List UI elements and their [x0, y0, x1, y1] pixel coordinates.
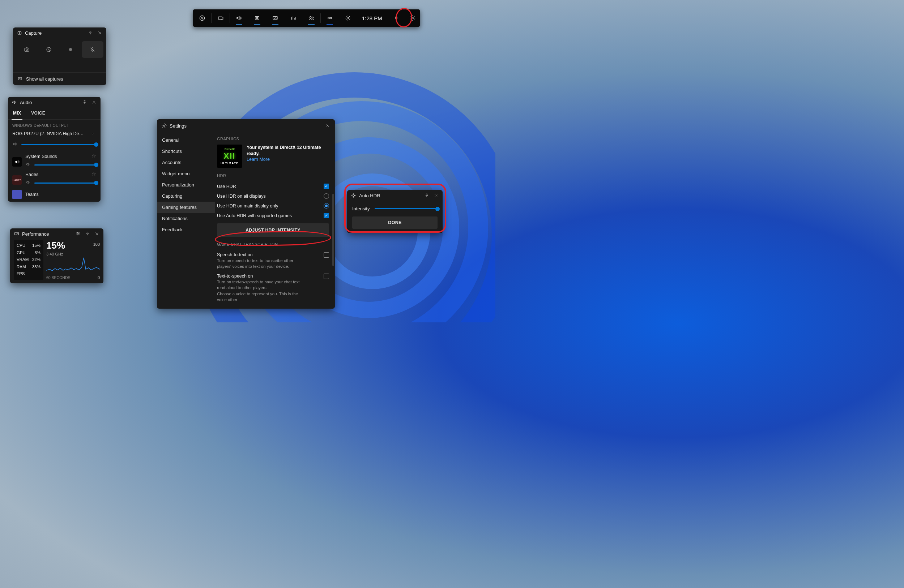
- svg-point-20: [77, 232, 78, 233]
- svg-rect-14: [25, 48, 29, 51]
- settings-title: Settings: [161, 123, 186, 129]
- intensity-slider[interactable]: [375, 208, 438, 209]
- auto-hdr-label: Use Auto HDR with supported games: [217, 213, 292, 218]
- close-button[interactable]: [91, 99, 97, 105]
- close-button[interactable]: [433, 192, 439, 199]
- close-button[interactable]: [97, 30, 103, 36]
- pin-button[interactable]: [85, 231, 90, 237]
- svg-point-7: [328, 17, 330, 19]
- nav-general[interactable]: General: [157, 134, 215, 146]
- capture-title-text: Capture: [25, 30, 41, 36]
- audio-tab-voice[interactable]: VOICE: [26, 108, 50, 119]
- gamebar-lfg-button[interactable]: [321, 9, 339, 27]
- tts-checkbox[interactable]: [324, 274, 329, 279]
- hdr-main-only-radio[interactable]: [324, 203, 329, 208]
- favorite-toggle[interactable]: [92, 154, 96, 159]
- audio-tab-mix[interactable]: MIX: [8, 108, 26, 119]
- hdr-icon: [351, 192, 357, 199]
- app-icon-teams: [12, 190, 22, 199]
- stat-cpu: CPU15%: [17, 242, 41, 249]
- nav-personalization[interactable]: Personalization: [157, 179, 215, 191]
- use-hdr-checkbox[interactable]: [324, 184, 329, 189]
- close-button[interactable]: [94, 231, 100, 237]
- pin-button[interactable]: [87, 30, 93, 36]
- nav-accounts[interactable]: Accounts: [157, 157, 215, 168]
- gamebar-brightness-button[interactable]: [339, 9, 357, 27]
- svg-rect-18: [19, 77, 22, 80]
- performance-icon: [14, 231, 19, 237]
- gamebar-social-button[interactable]: [302, 9, 320, 27]
- auto-hdr-title: Auto HDR: [351, 192, 381, 199]
- auto-hdr-widget: Auto HDR Intensity DONE: [347, 190, 443, 233]
- stt-desc: Turn on speech-to-text to transcribe oth…: [217, 258, 307, 269]
- nav-feedback[interactable]: Feedback: [157, 224, 215, 235]
- y-axis-max: 100: [93, 242, 100, 246]
- gamebar-audio-button[interactable]: [230, 9, 248, 27]
- gamebar-settings-button[interactable]: [405, 9, 420, 27]
- audio-title: Audio: [11, 99, 32, 105]
- close-button[interactable]: [325, 123, 330, 129]
- gamebar-widgets-button[interactable]: [212, 9, 230, 27]
- chat-section-label: GAME CHAT TRANSCRIPTION: [217, 242, 329, 246]
- stt-title: Speech-to-text on: [217, 252, 307, 257]
- stat-vram: VRAM22%: [17, 256, 41, 263]
- graphics-section-label: GRAPHICS: [217, 137, 329, 141]
- nav-widget-menu[interactable]: Widget menu: [157, 168, 215, 179]
- gamebar-clock: 1:28 PM: [357, 15, 387, 21]
- svg-point-6: [312, 17, 313, 19]
- audio-title-text: Audio: [20, 100, 32, 105]
- stat-gpu: GPU3%: [17, 249, 41, 257]
- stt-checkbox[interactable]: [324, 252, 329, 258]
- nav-capturing[interactable]: Capturing: [157, 191, 215, 202]
- svg-point-5: [310, 17, 312, 19]
- gamebar-xbox-button[interactable]: [193, 9, 211, 27]
- svg-point-22: [77, 235, 78, 235]
- volume-icon: [25, 180, 31, 186]
- directx-status-text: Your system is DirectX 12 Ultimate ready…: [247, 145, 329, 157]
- performance-stats-list[interactable]: CPU15% GPU3% VRAM22% RAM33% FPS--: [14, 240, 43, 280]
- adjust-hdr-intensity-button[interactable]: ADJUST HDR INTENSITY: [217, 223, 329, 237]
- gamebar-performance-button[interactable]: [266, 9, 284, 27]
- screenshot-button[interactable]: [16, 41, 38, 58]
- done-button[interactable]: DONE: [352, 216, 438, 229]
- auto-hdr-checkbox[interactable]: [324, 213, 329, 218]
- performance-options-button[interactable]: [75, 231, 81, 237]
- gear-icon: [161, 123, 167, 129]
- default-output-dropdown[interactable]: ROG PG27U (2- NVIDIA High Definition A..…: [12, 129, 96, 140]
- hdr-section-label: HDR: [217, 173, 329, 178]
- performance-headline: 15%: [46, 240, 100, 251]
- record-button[interactable]: [60, 41, 82, 58]
- master-volume-slider[interactable]: [21, 144, 96, 145]
- app-volume-slider[interactable]: [34, 164, 96, 166]
- default-output-value: ROG PG27U (2- NVIDIA High Definition A..…: [12, 131, 85, 136]
- game-bar: 1:28 PM: [193, 9, 420, 27]
- learn-more-link[interactable]: Learn More: [247, 157, 270, 162]
- pin-button[interactable]: [82, 99, 87, 105]
- hdr-main-only-label: Use HDR on main display only: [217, 203, 278, 208]
- svg-point-3: [256, 17, 258, 19]
- settings-scrollbar[interactable]: [332, 194, 334, 266]
- tts-desc: Turn on text-to-speech to have your chat…: [217, 279, 307, 290]
- pin-button[interactable]: [424, 192, 430, 199]
- svg-rect-12: [18, 32, 21, 34]
- app-volume-slider[interactable]: [34, 183, 96, 184]
- record-last-button[interactable]: [38, 41, 60, 58]
- directx-badge: DirectX XII ULTIMATE: [217, 145, 242, 168]
- nav-notifications[interactable]: Notifications: [157, 213, 215, 224]
- performance-title: Performance: [14, 231, 49, 237]
- svg-point-11: [412, 17, 414, 19]
- gamebar-resources-button[interactable]: [284, 9, 302, 27]
- performance-title-text: Performance: [22, 231, 49, 237]
- show-all-captures-label: Show all captures: [26, 76, 63, 82]
- mic-toggle-button[interactable]: [82, 41, 104, 58]
- favorite-toggle[interactable]: [92, 172, 96, 177]
- show-all-captures-link[interactable]: Show all captures: [13, 72, 106, 85]
- gamebar-capture-button[interactable]: [248, 9, 266, 27]
- auto-hdr-title-text: Auto HDR: [359, 193, 381, 199]
- hdr-all-displays-radio[interactable]: [324, 193, 329, 199]
- settings-title-text: Settings: [169, 123, 186, 129]
- nav-shortcuts[interactable]: Shortcuts: [157, 146, 215, 157]
- svg-point-9: [347, 17, 349, 19]
- settings-nav: General Shortcuts Accounts Widget menu P…: [157, 132, 215, 309]
- nav-gaming-features[interactable]: Gaming features: [157, 202, 215, 213]
